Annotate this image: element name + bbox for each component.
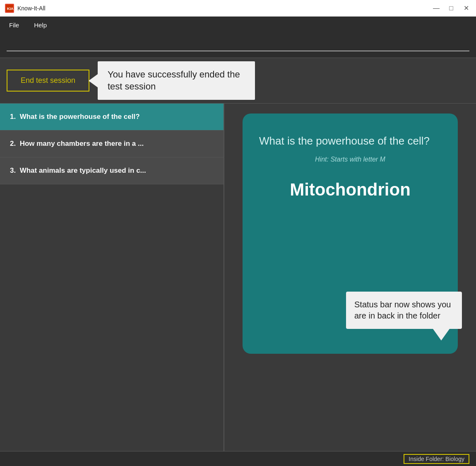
menu-item-file[interactable]: File: [7, 20, 22, 30]
search-wrapper: [7, 40, 469, 51]
search-area: [0, 33, 476, 58]
search-input[interactable]: [7, 41, 469, 49]
q1-text: What is the powerhouse of the cell?: [20, 113, 140, 121]
question-item-2[interactable]: 2. How many chambers are there in a ...: [0, 130, 224, 157]
question-item-1[interactable]: 1. What is the powerhouse of the cell?: [0, 104, 224, 130]
main-content: 1. What is the powerhouse of the cell? 2…: [0, 104, 476, 451]
title-bar-controls: — □ ✕: [431, 3, 471, 13]
flashcard-callout: Status bar now shows you are in back in …: [346, 292, 462, 329]
question-list: 1. What is the powerhouse of the cell? 2…: [0, 104, 224, 451]
q3-text: What animals are typically used in c...: [20, 167, 146, 174]
q2-text: How many chambers are there in a ...: [20, 140, 144, 147]
flashcard-question: What is the powerhouse of the cell?: [259, 133, 441, 148]
flashcard-panel: What is the powerhouse of the cell? Hint…: [224, 104, 476, 451]
flashcard-answer: Mitochondrion: [290, 180, 411, 200]
close-button[interactable]: ✕: [461, 3, 471, 13]
menu-item-help[interactable]: Help: [31, 20, 49, 30]
success-callout-text: You have successfully ended the test ses…: [108, 69, 240, 92]
toolbar-area: End test session You have successfully e…: [0, 58, 476, 104]
end-session-button[interactable]: End test session: [7, 70, 89, 92]
status-bar: Inside Folder: Biology: [0, 451, 476, 466]
title-bar: KIA Know-It-All — □ ✕: [0, 0, 476, 17]
q2-index: 2.: [10, 140, 20, 147]
q3-index: 3.: [10, 167, 20, 174]
app-logo: KIA: [5, 4, 14, 13]
menu-bar: File Help: [0, 17, 476, 33]
title-bar-left: KIA Know-It-All: [5, 4, 46, 13]
svg-text:KIA: KIA: [7, 7, 13, 11]
flashcard-callout-text: Status bar now shows you are in back in …: [354, 300, 451, 320]
status-text: Inside Folder: Biology: [404, 454, 469, 464]
maximize-button[interactable]: □: [446, 3, 456, 13]
app-title: Know-It-All: [17, 5, 46, 12]
flashcard: What is the powerhouse of the cell? Hint…: [243, 113, 458, 354]
flashcard-hint: Hint: Starts with letter M: [259, 156, 441, 163]
question-item-3[interactable]: 3. What animals are typically used in c.…: [0, 157, 224, 184]
minimize-button[interactable]: —: [431, 3, 441, 13]
success-callout: You have successfully ended the test ses…: [98, 61, 255, 100]
q1-index: 1.: [10, 113, 20, 121]
